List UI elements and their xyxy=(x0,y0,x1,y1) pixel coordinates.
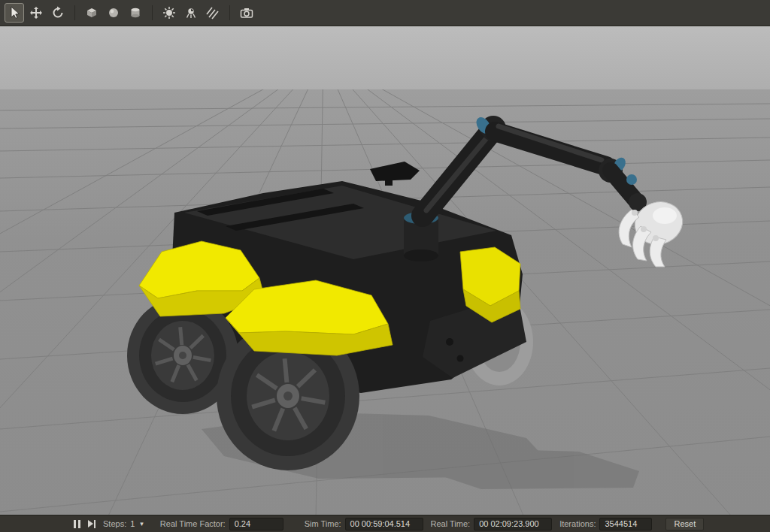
sim-time-label: Sim Time: xyxy=(305,519,341,528)
point-light-button[interactable] xyxy=(159,3,179,23)
step-button[interactable] xyxy=(88,520,95,528)
move-arrows-icon xyxy=(29,5,44,20)
reset-button[interactable]: Reset xyxy=(665,518,704,530)
toolbar-separator xyxy=(152,5,153,20)
spot-light-button[interactable] xyxy=(181,3,201,23)
cursor-arrow-icon xyxy=(7,5,22,20)
real-time-factor-field: Real Time Factor: 0.24 xyxy=(160,518,283,530)
iterations-field: Iterations: 3544514 xyxy=(559,518,652,530)
sim-time-value: 00 00:59:04.514 xyxy=(345,518,423,530)
real-time-value: 00 02:09:23.900 xyxy=(474,518,552,530)
real-time-factor-label: Real Time Factor: xyxy=(160,519,226,528)
steps-control: Steps: 1 ▾ xyxy=(103,519,144,528)
step-forward-icon xyxy=(88,520,93,527)
cylinder-icon xyxy=(128,5,143,20)
insert-box-button[interactable] xyxy=(82,3,102,23)
real-time-factor-value: 0.24 xyxy=(229,518,283,530)
gazebo-window: Steps: 1 ▾ Real Time Factor: 0.24 Sim Ti… xyxy=(0,0,770,532)
toolbar-separator xyxy=(74,5,75,20)
sphere-icon xyxy=(106,5,121,20)
status-bar: Steps: 1 ▾ Real Time Factor: 0.24 Sim Ti… xyxy=(0,515,770,532)
insert-sphere-button[interactable] xyxy=(104,3,123,23)
insert-cylinder-button[interactable] xyxy=(126,3,145,23)
3d-viewport[interactable] xyxy=(0,26,770,515)
toolbar xyxy=(0,0,770,26)
steps-label: Steps: xyxy=(103,519,126,528)
rotate-tool-button[interactable] xyxy=(48,3,68,23)
screenshot-button[interactable] xyxy=(237,3,256,23)
real-time-field: Real Time: 00 02:09:23.900 xyxy=(431,518,553,530)
chevron-down-icon[interactable]: ▾ xyxy=(140,520,144,527)
camera-icon xyxy=(239,5,254,20)
rotate-arrows-icon xyxy=(50,5,65,20)
steps-value[interactable]: 1 xyxy=(130,519,135,528)
real-time-label: Real Time: xyxy=(431,519,471,528)
select-tool-button[interactable] xyxy=(5,3,24,23)
diagonal-rays-icon xyxy=(205,5,220,20)
sim-time-field: Sim Time: 00 00:59:04.514 xyxy=(305,518,423,530)
pause-icon xyxy=(74,520,76,528)
translate-tool-button[interactable] xyxy=(26,3,46,23)
spotlight-icon xyxy=(183,5,199,20)
sun-icon xyxy=(162,5,177,20)
sky xyxy=(0,26,770,89)
iterations-label: Iterations: xyxy=(559,519,596,528)
iterations-value: 3544514 xyxy=(599,518,652,530)
toolbar-separator xyxy=(229,5,230,20)
scene-canvas[interactable] xyxy=(0,26,770,515)
pause-button[interactable] xyxy=(74,520,80,528)
cube-icon xyxy=(84,5,99,20)
directional-light-button[interactable] xyxy=(203,3,223,23)
